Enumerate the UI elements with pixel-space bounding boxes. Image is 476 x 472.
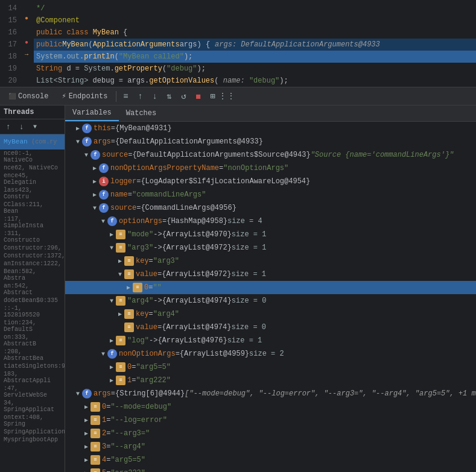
toolbar-btn-refresh[interactable]: ↺ <box>177 90 190 103</box>
stack-frame-1[interactable]: nce62, NativeCo <box>0 164 65 172</box>
var-row-1-arg222[interactable]: ▶ ≡ 1 = "arg222" <box>65 374 476 387</box>
stack-frame-17[interactable]: tiateSingletons:9 <box>0 362 65 370</box>
expand-arr-5[interactable]: ▶ <box>82 470 90 472</box>
toolbar-btn-down[interactable]: ↓ <box>148 90 161 103</box>
expand-optionArgs[interactable]: ▼ <box>99 218 107 225</box>
toolbar-btn-grid[interactable]: ⊞ <box>206 90 219 103</box>
expand-this[interactable]: ▶ <box>74 125 82 132</box>
toolbar-btn-stop[interactable]: ◼ <box>191 90 205 103</box>
stack-frame-11[interactable]: an:542, Abstract <box>0 282 65 297</box>
toolbar-btn-more[interactable]: ⋮⋮ <box>220 90 233 103</box>
stack-frame-23[interactable]: MyspringbootApp <box>0 436 65 444</box>
stack-frame-9[interactable]: anInstance:1222, <box>0 260 65 268</box>
icon-0-empty: ≡ <box>133 283 142 292</box>
stack-frame-6[interactable]: :311, Constructo <box>0 230 65 244</box>
var-row-nonOptionProp[interactable]: ▶ f nonOptionArgsPropertyName = "nonOpti… <box>65 162 476 175</box>
var-row-source1[interactable]: ▼ f source = {DefaultApplicationArgument… <box>65 148 476 162</box>
tab-variables[interactable]: Variables <box>65 105 119 121</box>
expand-key-arg4[interactable]: ▶ <box>116 310 124 318</box>
var-row-arg4[interactable]: ▼ ≡ "arg4" -> {ArrayList@4974} size = 0 <box>65 294 476 307</box>
stack-frame-10[interactable]: Bean:582, Abstra <box>0 268 65 282</box>
var-size-nonOptionArgs: size = 2 <box>249 350 284 358</box>
stack-frame-21[interactable]: ontext:408, Spring <box>0 414 65 428</box>
stack-frame-15[interactable]: on:333, AbstractB <box>0 333 65 348</box>
expand-log[interactable]: ▶ <box>107 337 116 344</box>
stack-frame-5[interactable]: :117, SimpleInsta <box>0 215 65 230</box>
var-row-arr-3[interactable]: ▶ ≡ 3 = "--arg4" <box>65 440 476 453</box>
var-row-value-arg3[interactable]: ▼ ≡ value = {ArrayList@4972} size = 1 <box>65 268 476 281</box>
var-row-value-arg4[interactable]: ≡ value = {ArrayList@4974} size = 0 <box>65 321 476 334</box>
expand-arr-4[interactable]: ▶ <box>82 456 90 464</box>
toolbar-btn-swap[interactable]: ⇅ <box>162 90 176 103</box>
stack-frame-8[interactable]: Constructor:1372, <box>0 252 65 260</box>
var-row-arr-2[interactable]: ▶ ≡ 2 = "--arg3=" <box>65 427 476 440</box>
stack-frame-2[interactable]: ence45, Delegatin <box>0 172 65 186</box>
stack-frame-12[interactable]: doGetBean$0:335 <box>0 297 65 304</box>
var-row-arg3[interactable]: ▼ ≡ "arg3" -> {ArrayList@4972} size = 1 <box>65 241 476 254</box>
var-row-0-arg5[interactable]: ▶ ≡ 0 = "arg5=5" <box>65 360 476 374</box>
expand-source1[interactable]: ▼ <box>82 152 90 159</box>
stack-frame-22[interactable]: SpringApplication <box>0 428 65 436</box>
var-name-arr-4: 4 <box>102 456 106 464</box>
var-row-arr-5[interactable]: ▶ ≡ 5 = "arg222" <box>65 467 476 472</box>
var-row-0-empty[interactable]: ▶ ≡ 0 = "" <box>65 281 476 294</box>
thread-up-btn[interactable]: ↑ <box>2 121 14 133</box>
var-val-logger: {LogAdapter$Slf4jLocationAwareLog@4954} <box>141 177 310 186</box>
stack-frame-20[interactable]: 34, SpringApplicat <box>0 399 65 414</box>
var-row-nonOptionArgs[interactable]: ▼ f nonOptionArgs = {ArrayList@4959} siz… <box>65 347 476 360</box>
tab-endpoints[interactable]: ⚡ Endpoints <box>56 88 113 105</box>
toolbar-btn-menu[interactable]: ≡ <box>119 90 132 103</box>
expand-arr-2[interactable]: ▶ <box>82 430 90 437</box>
expand-0-arg5[interactable]: ▶ <box>107 363 116 371</box>
expand-args1[interactable]: ▼ <box>74 139 82 145</box>
expand-arr-3[interactable]: ▶ <box>82 443 90 450</box>
stack-frame-0[interactable]: nce0:-1, NativeCo <box>0 149 65 164</box>
var-row-arr-1[interactable]: ▶ ≡ 1 = "--log=error" <box>65 414 476 427</box>
stack-frame-7[interactable]: Constructor:296, <box>0 244 65 252</box>
var-eq-logger: = <box>136 177 141 186</box>
toolbar-btn-up[interactable]: ↑ <box>133 90 147 103</box>
threads-panel: Threads ↑ ↓ ▼ MyBean (com.ry nce0:-1, Na… <box>0 105 65 472</box>
expand-arg4[interactable]: ▼ <box>107 298 116 304</box>
stack-frame-3[interactable]: lass423, Constru <box>0 186 65 201</box>
var-row-log[interactable]: ▶ ≡ "log" -> {ArrayList@4976} size = 1 <box>65 334 476 347</box>
expand-args-array[interactable]: ▼ <box>74 391 82 397</box>
tab-watches[interactable]: Watches <box>119 105 163 121</box>
var-row-name[interactable]: ▶ f name = "commandLineArgs" <box>65 188 476 201</box>
expand-0-empty[interactable]: ▶ <box>124 284 133 291</box>
expand-name[interactable]: ▶ <box>90 191 99 198</box>
var-row-mode[interactable]: ▶ ≡ "mode" -> {ArrayList@4970} size = 1 <box>65 228 476 241</box>
expand-key-arg3[interactable]: ▶ <box>116 257 124 265</box>
stack-frame-4[interactable]: CClass:211, Bean <box>0 201 65 215</box>
tab-console[interactable]: ⬛ Console <box>2 88 54 105</box>
expand-value-arg3[interactable]: ▼ <box>116 271 124 278</box>
thread-down-btn[interactable]: ↓ <box>16 121 28 133</box>
var-eq-source1: = <box>128 151 132 159</box>
stack-frame-19[interactable]: :47, ServletWebSe <box>0 385 65 399</box>
var-row-logger[interactable]: ▶ i logger = {LogAdapter$Slf4jLocationAw… <box>65 175 476 188</box>
stack-frame-18[interactable]: 183, AbstractAppli <box>0 370 65 385</box>
stack-frame-16[interactable]: :208, AbstractBea <box>0 348 65 362</box>
expand-mode[interactable]: ▶ <box>107 231 116 238</box>
var-row-source2[interactable]: ▼ f source = {CommandLineArgs@4956} <box>65 201 476 215</box>
expand-nonOptionProp[interactable]: ▶ <box>90 165 99 172</box>
var-row-arr-0[interactable]: ▶ ≡ 0 = "--mode=debug" <box>65 400 476 414</box>
var-row-arr-4[interactable]: ▶ ≡ 4 = "arg5=5" <box>65 453 476 467</box>
expand-arr-1[interactable]: ▶ <box>82 417 90 424</box>
expand-nonOptionArgs[interactable]: ▼ <box>99 351 107 357</box>
thread-filter-btn[interactable]: ▼ <box>29 121 41 133</box>
var-row-optionArgs[interactable]: ▼ f optionArgs = {HashMap@4958} size = 4 <box>65 215 476 228</box>
var-row-this[interactable]: ▶ f this = {MyBean@4931} <box>65 122 476 135</box>
stack-frame-13[interactable]: ::-1, 1528195520 <box>0 304 65 319</box>
var-row-args-array[interactable]: ▼ f args = {String[6]@4944} ["--mode=deb… <box>65 387 476 400</box>
var-row-key-arg4[interactable]: ▶ ≡ key = "arg4" <box>65 307 476 321</box>
expand-1-arg222[interactable]: ▶ <box>107 377 116 384</box>
expand-logger[interactable]: ▶ <box>90 178 99 185</box>
expand-source2[interactable]: ▼ <box>90 205 99 212</box>
thread-item-mybean[interactable]: MyBean (com.ry <box>0 134 65 149</box>
expand-arg3[interactable]: ▼ <box>107 245 116 251</box>
expand-arr-0[interactable]: ▶ <box>82 403 90 411</box>
var-row-key-arg3[interactable]: ▶ ≡ key = "arg3" <box>65 254 476 268</box>
stack-frame-14[interactable]: tion:234, DefaultS <box>0 319 65 333</box>
var-row-args1[interactable]: ▼ f args = {DefaultApplicationArguments@… <box>65 135 476 148</box>
